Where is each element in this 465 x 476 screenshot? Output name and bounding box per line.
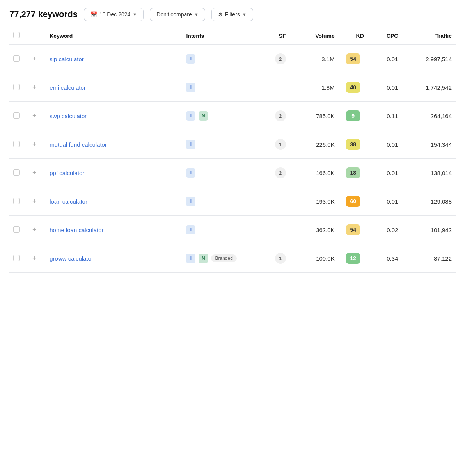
sf-cell: 1 [261,244,290,273]
volume-cell: 1.8M [290,73,339,102]
add-keyword-button[interactable]: + [31,140,38,148]
date-button[interactable]: 📅 10 Dec 2024 ▼ [84,8,144,21]
filters-label: Filters [225,11,240,18]
keyword-link[interactable]: sip calculator [50,56,84,62]
row-checkbox-cell [9,44,27,73]
row-checkbox[interactable] [13,112,20,119]
keyword-link[interactable]: groww calculator [50,255,93,262]
sf-cell [261,216,290,244]
intents-col-header: Intents [182,27,260,44]
kd-cell: 38 [339,130,368,159]
row-checkbox[interactable] [13,226,20,233]
compare-label: Don't compare [156,11,192,18]
cpc-cell: 0.01 [368,44,402,73]
filter-icon: ⚙ [218,12,223,18]
row-checkbox-cell [9,244,27,273]
select-all-header[interactable] [9,27,27,44]
traffic-cell: 264,164 [402,102,456,130]
add-col-header [27,27,46,44]
kd-badge: 12 [346,253,360,264]
keyword-link[interactable]: loan calculator [50,198,87,205]
keyword-cell: emi calculator [46,73,182,102]
sf-badge: 2 [275,53,286,64]
add-keyword-button[interactable]: + [31,55,38,63]
kd-cell: 54 [339,216,368,244]
traffic-cell: 87,122 [402,244,456,273]
cpc-cell: 0.01 [368,130,402,159]
add-keyword-button[interactable]: + [31,112,38,120]
traffic-cell: 1,742,542 [402,73,456,102]
intent-badge-n: N [199,254,208,263]
filters-button[interactable]: ⚙ Filters ▼ [211,8,253,21]
intent-badge-i: I [186,197,195,206]
cpc-cell: 0.01 [368,187,402,216]
kd-badge: 54 [346,53,360,64]
kd-cell: 54 [339,44,368,73]
volume-cell: 193.0K [290,187,339,216]
keywords-table: Keyword Intents SF Volume KD CPC Traffic… [9,27,456,273]
intent-badge-i: I [186,83,195,92]
keyword-link[interactable]: mutual fund calculator [50,141,107,148]
sf-cell [261,73,290,102]
row-checkbox[interactable] [13,141,20,147]
kd-badge: 38 [346,139,360,150]
row-checkbox[interactable] [13,198,20,204]
row-add-cell: + [27,159,46,187]
add-keyword-button[interactable]: + [31,83,38,91]
add-keyword-button[interactable]: + [31,197,38,205]
row-checkbox-cell [9,216,27,244]
sf-cell: 2 [261,44,290,73]
sf-cell: 2 [261,159,290,187]
row-add-cell: + [27,187,46,216]
add-keyword-button[interactable]: + [31,226,38,234]
chevron-down-icon: ▼ [194,12,199,17]
row-checkbox[interactable] [13,84,20,90]
row-checkbox[interactable] [13,169,20,176]
keyword-link[interactable]: home loan calculator [50,227,103,233]
traffic-cell: 2,997,514 [402,44,456,73]
keyword-link[interactable]: emi calculator [50,84,86,91]
volume-cell: 166.0K [290,159,339,187]
sf-col-header: SF [261,27,290,44]
sf-cell: 1 [261,130,290,159]
intents-cell: I [182,216,260,244]
cpc-cell: 0.01 [368,73,402,102]
keyword-link[interactable]: swp calculator [50,113,87,119]
traffic-cell: 129,088 [402,187,456,216]
intent-badge-i: I [186,140,195,149]
table-row: +sip calculatorI23.1M540.012,997,514 [9,44,456,73]
cpc-cell: 0.34 [368,244,402,273]
row-add-cell: + [27,44,46,73]
kd-cell: 18 [339,159,368,187]
table-row: +home loan calculatorI362.0K540.02101,94… [9,216,456,244]
sf-badge: 2 [275,167,286,178]
keyword-cell: groww calculator [46,244,182,273]
table-row: +swp calculatorIN2785.0K90.11264,164 [9,102,456,130]
volume-cell: 226.0K [290,130,339,159]
keyword-cell: loan calculator [46,187,182,216]
volume-cell: 785.0K [290,102,339,130]
select-all-checkbox[interactable] [13,32,20,38]
row-checkbox-cell [9,102,27,130]
sf-badge: 1 [275,253,286,264]
keyword-link[interactable]: ppf calculator [50,170,84,176]
add-keyword-button[interactable]: + [31,254,38,262]
date-label: 10 Dec 2024 [99,11,130,18]
compare-button[interactable]: Don't compare ▼ [150,8,205,21]
kd-col-header: KD [339,27,368,44]
add-keyword-button[interactable]: + [31,169,38,177]
kd-cell: 12 [339,244,368,273]
keyword-col-header: Keyword [46,27,182,44]
table-row: +mutual fund calculatorI1226.0K380.01154… [9,130,456,159]
row-checkbox-cell [9,187,27,216]
row-add-cell: + [27,73,46,102]
row-checkbox[interactable] [13,55,20,62]
row-checkbox[interactable] [13,255,20,261]
kd-badge: 40 [346,82,360,93]
row-checkbox-cell [9,159,27,187]
intent-badge-i: I [186,111,195,121]
intents-cell: I [182,130,260,159]
traffic-col-header: Traffic [402,27,456,44]
intents-cell: I [182,73,260,102]
traffic-cell: 101,942 [402,216,456,244]
